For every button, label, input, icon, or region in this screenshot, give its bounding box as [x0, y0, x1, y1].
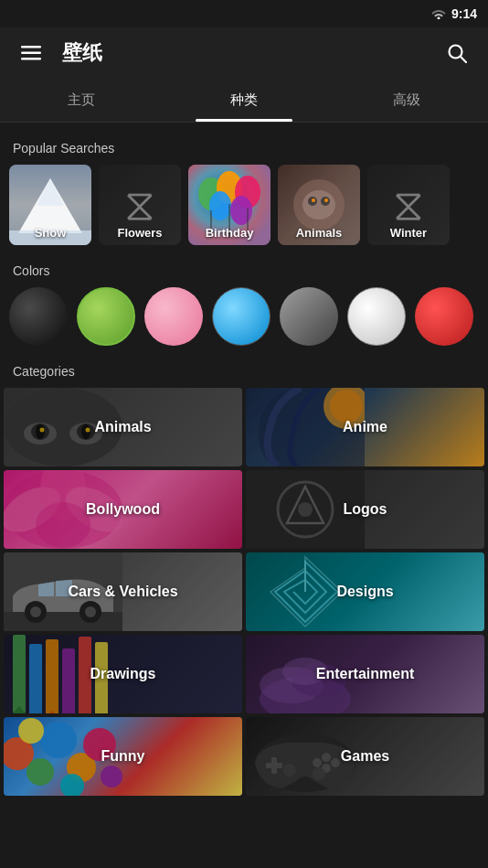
- category-games-label: Games: [341, 748, 389, 765]
- color-white[interactable]: [347, 287, 406, 346]
- popular-item-flowers[interactable]: ⧖ Flowers: [99, 165, 181, 245]
- content-area: Popular Searches Snow ⧖ Flowers: [0, 123, 488, 868]
- menu-button[interactable]: [15, 37, 48, 70]
- svg-line-4: [461, 57, 466, 62]
- category-bollywood-label: Bollywood: [86, 501, 160, 518]
- popular-item-birthday-label: Birthday: [188, 222, 271, 245]
- popular-searches-scroll[interactable]: Snow ⧖ Flowers Birthday: [0, 165, 488, 256]
- popular-searches-label: Popular Searches: [0, 134, 488, 165]
- wifi-icon: [431, 8, 446, 19]
- tab-categories[interactable]: 种类: [163, 79, 325, 122]
- categories-label: Categories: [0, 357, 488, 388]
- svg-point-21: [312, 198, 315, 202]
- category-animals-label: Animals: [94, 419, 151, 435]
- popular-item-snow[interactable]: Snow: [9, 165, 91, 245]
- category-animals[interactable]: Animals: [4, 388, 242, 466]
- color-pink[interactable]: [144, 287, 203, 346]
- color-green[interactable]: [77, 287, 135, 346]
- popular-item-winter[interactable]: ⧖ Winter: [367, 165, 450, 245]
- colors-label: Colors: [0, 256, 488, 287]
- tab-home[interactable]: 主页: [0, 79, 163, 122]
- svg-point-13: [230, 196, 252, 225]
- popular-item-animals-label: Animals: [278, 222, 360, 245]
- status-bar: 9:14: [0, 0, 488, 27]
- search-icon: [447, 43, 467, 63]
- color-blue[interactable]: [212, 287, 271, 346]
- category-funny[interactable]: Funny: [4, 717, 242, 796]
- category-entertainment[interactable]: Entertainment: [246, 635, 484, 713]
- svg-rect-0: [21, 46, 41, 48]
- popular-item-birthday[interactable]: Birthday: [188, 165, 271, 245]
- colors-scroll[interactable]: [0, 287, 488, 357]
- category-entertainment-label: Entertainment: [316, 666, 415, 682]
- svg-rect-2: [21, 58, 41, 60]
- popular-item-winter-label: Winter: [367, 222, 450, 245]
- category-anime-label: Anime: [343, 419, 387, 435]
- status-icons: [431, 8, 446, 19]
- svg-point-12: [209, 191, 231, 220]
- status-time: 9:14: [451, 6, 477, 21]
- color-red[interactable]: [415, 287, 473, 346]
- popular-item-snow-label: Snow: [9, 222, 91, 245]
- category-logos-label: Logos: [344, 501, 387, 518]
- app-title: 壁纸: [62, 39, 426, 67]
- category-funny-label: Funny: [101, 748, 145, 765]
- svg-point-18: [302, 190, 335, 220]
- top-bar: 壁纸: [0, 27, 488, 79]
- svg-point-22: [324, 198, 328, 202]
- category-designs[interactable]: Designs: [246, 552, 484, 631]
- category-bollywood[interactable]: Bollywood: [4, 470, 242, 549]
- category-drawings-label: Drawings: [90, 666, 155, 682]
- category-drawings[interactable]: Drawings: [4, 635, 242, 713]
- color-gray[interactable]: [280, 287, 338, 346]
- category-logos[interactable]: Logos: [246, 470, 484, 549]
- category-cars[interactable]: Cars & Vehicles: [4, 552, 242, 631]
- popular-item-flowers-label: Flowers: [99, 222, 181, 245]
- color-black[interactable]: [9, 287, 68, 346]
- tab-bar: 主页 种类 高级: [0, 79, 488, 123]
- tab-advanced[interactable]: 高级: [325, 79, 488, 122]
- menu-icon: [21, 46, 41, 60]
- category-games[interactable]: Games: [246, 717, 484, 796]
- category-anime[interactable]: Anime: [246, 388, 484, 466]
- svg-marker-6: [37, 178, 64, 206]
- popular-item-animals[interactable]: Animals: [278, 165, 360, 245]
- category-cars-label: Cars & Vehicles: [68, 584, 177, 600]
- categories-grid: Animals Anime: [0, 388, 488, 796]
- search-button[interactable]: [440, 37, 473, 70]
- category-designs-label: Designs: [336, 584, 393, 600]
- svg-rect-1: [21, 52, 41, 55]
